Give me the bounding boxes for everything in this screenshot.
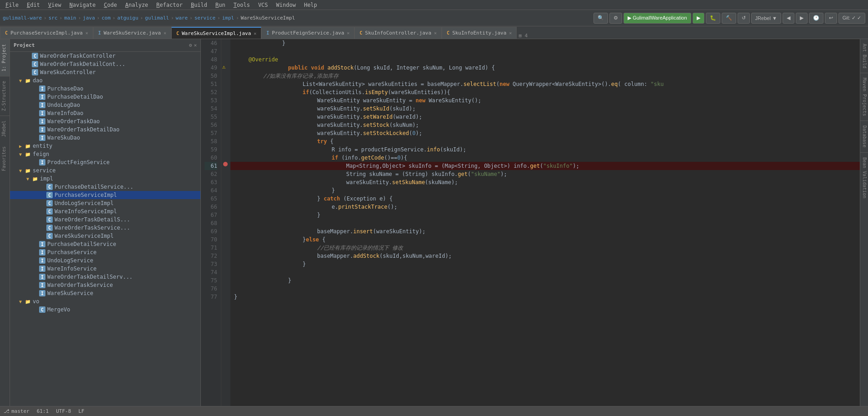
menu-item-run[interactable]: Run xyxy=(212,1,229,9)
menu-item-window[interactable]: Window xyxy=(273,1,299,9)
tree-item-purchase-dao[interactable]: I PurchaseDao xyxy=(10,85,200,93)
java-class-icon: C xyxy=(5,30,8,35)
left-panel-project[interactable]: 1: Project xyxy=(0,39,10,76)
left-panel-jrebel[interactable]: JRebel xyxy=(0,115,10,141)
tab-sku-info-controller[interactable]: C SkuInfoController.java ✕ xyxy=(354,27,442,39)
tree-item-merge-vo[interactable]: C MergeVo xyxy=(10,306,200,314)
tree-item-undo-log-service[interactable]: I UndoLogService xyxy=(10,256,200,265)
breakpoint-61[interactable] xyxy=(223,162,228,166)
java-interface-icon: I xyxy=(98,30,101,35)
tree-item-ware-order-task-detail-svc[interactable]: I WareOrderTaskDetailServ... xyxy=(10,273,200,281)
tree-item-ware-sku-dao[interactable]: I WareSkuDao xyxy=(10,134,200,142)
search-everywhere-btn[interactable]: 🔍 xyxy=(594,13,608,24)
tree-item-purchase-detail-service[interactable]: I PurchaseDetailService xyxy=(10,240,200,248)
class-icon: C xyxy=(46,192,53,198)
settings-btn[interactable]: ⚙ xyxy=(609,13,622,24)
status-bar: ⎇ master 61:1 UTF-8 LF xyxy=(0,406,868,416)
menu-item-analyze[interactable]: Analyze xyxy=(122,1,152,9)
menu-bar: File Edit View Navigate Code Analyze Ref… xyxy=(0,0,868,10)
tab-purchase-service-impl[interactable]: C PurchaseServiceImpl.java ✕ xyxy=(0,27,93,39)
tree-item-ware-sku-controller[interactable]: C WareSkuController xyxy=(10,68,200,76)
tree-item-ware-sku-service-impl[interactable]: C WareSkuServiceImpl xyxy=(10,232,200,240)
sidebar-tree-content[interactable]: C WareOrderTaskController C WareOrderTas… xyxy=(10,52,200,406)
folder-icon: 📁 xyxy=(25,151,31,157)
history-btn[interactable]: 🕐 xyxy=(809,13,823,24)
menu-item-edit[interactable]: Edit xyxy=(23,1,44,9)
tree-item-ware-order-task-service-impl[interactable]: C WareOrderTaskService... xyxy=(10,224,200,232)
status-lf[interactable]: LF xyxy=(78,408,84,414)
tree-item-purchase-detail-dao[interactable]: I PurchaseDetailDao xyxy=(10,93,200,101)
left-panel-favorites[interactable]: Favorites xyxy=(0,142,10,175)
tree-item-feign-folder[interactable]: ▼ 📁 feign xyxy=(10,150,200,158)
git-btn[interactable]: Git: ✓ ✓ xyxy=(838,13,865,24)
right-panel-ant-build[interactable]: Ant Build xyxy=(860,39,868,73)
tab-ware-sku-service[interactable]: I WareSkuService.java ✕ xyxy=(93,27,171,39)
tree-item-product-feign-service[interactable]: I ProductFeignService xyxy=(10,158,200,166)
class-icon: C xyxy=(46,216,53,223)
build-btn[interactable]: 🔨 xyxy=(722,13,736,24)
close-tab-btn[interactable]: ✕ xyxy=(254,31,256,36)
back-btn[interactable]: ◀ xyxy=(783,13,794,24)
tree-item-undo-log-service-impl[interactable]: C UndoLogServiceImpl xyxy=(10,199,200,207)
folder-icon: 📁 xyxy=(25,298,31,305)
debug-btn[interactable]: 🐛 xyxy=(706,13,720,24)
tree-item-service-folder[interactable]: ▼ 📁 service xyxy=(10,166,200,175)
right-panel-bean-validation[interactable]: Bean Validation xyxy=(860,153,868,203)
tree-item-impl-folder[interactable]: ▼ 📁 impl xyxy=(10,175,200,183)
refresh-btn[interactable]: ↺ xyxy=(738,13,750,24)
close-tab-btn[interactable]: ✕ xyxy=(164,30,166,35)
code-area: 46 47 48 49 50 51 52 53 54 55 56 57 58 5… xyxy=(201,39,860,406)
menu-item-navigate[interactable]: Navigate xyxy=(66,1,100,9)
tree-item-ware-order-task-controller[interactable]: C WareOrderTaskController xyxy=(10,52,200,60)
code-content[interactable]: } @Override public void addStock(Long sk… xyxy=(230,39,860,406)
tree-item-ware-info-service-impl[interactable]: C WareInfoServiceImpl xyxy=(10,207,200,216)
tree-item-ware-order-task-details[interactable]: C WareOrderTaskDetailS... xyxy=(10,216,200,224)
gutter[interactable]: ⚠ xyxy=(221,39,230,406)
tab-ware-sku-service-impl[interactable]: C WareSkuServiceImpl.java ✕ xyxy=(171,27,261,39)
tab-product-feign-service[interactable]: I ProductFeignService.java ✕ xyxy=(261,27,354,39)
tree-item-ware-info-service[interactable]: I WareInfoService xyxy=(10,265,200,273)
forward-btn[interactable]: ▶ xyxy=(796,13,808,24)
menu-item-help[interactable]: Help xyxy=(300,1,321,9)
sidebar-settings-icon[interactable]: ⚙ xyxy=(189,42,192,48)
more-tabs-btn[interactable]: ⊞ 4 xyxy=(519,33,528,39)
close-tab-btn[interactable]: ✕ xyxy=(434,30,437,35)
code-editor[interactable]: 46 47 48 49 50 51 52 53 54 55 56 57 58 5… xyxy=(201,39,860,406)
tree-item-purchase-service[interactable]: I PurchaseService xyxy=(10,248,200,256)
tree-item-purchase-service-impl[interactable]: C PurchaseServiceImpl xyxy=(10,191,200,199)
tree-item-ware-order-task-dao[interactable]: I WareOrderTaskDao xyxy=(10,117,200,125)
tree-item-undo-log-dao[interactable]: I UndoLogDao xyxy=(10,101,200,109)
tree-item-ware-info-dao[interactable]: I WareInfoDao xyxy=(10,109,200,117)
tree-item-purchase-detail-service-impl[interactable]: C PurchaseDetailService... xyxy=(10,183,200,191)
menu-item-refactor[interactable]: Refactor xyxy=(153,1,186,9)
menu-item-vcs[interactable]: VCS xyxy=(254,1,272,9)
menu-item-view[interactable]: View xyxy=(45,1,65,9)
menu-item-file[interactable]: File xyxy=(2,1,22,9)
tab-sku-info-entity[interactable]: C SkuInfoEntity.java ✕ xyxy=(442,27,517,39)
sidebar-close-icon[interactable]: ✕ xyxy=(194,42,197,48)
jrebel-btn[interactable]: JRebel ▼ xyxy=(751,13,781,24)
tree-item-ware-order-task-detail-cont[interactable]: C WareOrderTaskDetailCont... xyxy=(10,60,200,68)
close-tab-btn[interactable]: ✕ xyxy=(509,30,512,35)
breadcrumb-project[interactable]: gulimall-ware xyxy=(3,15,42,21)
tree-item-dao-folder[interactable]: ▼ 📁 dao xyxy=(10,76,200,85)
tree-item-ware-sku-service[interactable]: I WareSkuService xyxy=(10,289,200,297)
close-tab-btn[interactable]: ✕ xyxy=(347,30,349,35)
revert-btn[interactable]: ↩ xyxy=(825,13,837,24)
menu-item-code[interactable]: Code xyxy=(100,1,121,9)
right-panel-maven[interactable]: Maven Projects xyxy=(860,73,868,121)
run-application-btn[interactable]: ▶ GulimallWareApplication xyxy=(624,13,691,24)
tree-item-ware-order-task-detail-dao[interactable]: I WareOrderTaskDetailDao xyxy=(10,125,200,134)
close-tab-btn[interactable]: ✕ xyxy=(85,30,88,35)
left-panel-structure[interactable]: Z-Structure xyxy=(0,76,10,115)
right-panel-database[interactable]: Database xyxy=(860,121,868,152)
tree-item-vo-folder[interactable]: ▼ 📁 vo xyxy=(10,297,200,306)
status-encoding[interactable]: UTF-8 xyxy=(56,408,71,414)
tree-item-entity-folder[interactable]: ▶ 📁 entity xyxy=(10,142,200,150)
run-btn[interactable]: ▶ xyxy=(693,13,704,24)
class-icon: C xyxy=(46,233,53,239)
menu-item-build[interactable]: Build xyxy=(187,1,211,9)
status-position[interactable]: 61:1 xyxy=(37,408,49,414)
menu-item-tools[interactable]: Tools xyxy=(230,1,254,9)
tree-item-ware-order-task-service[interactable]: I WareOrderTaskService xyxy=(10,281,200,289)
